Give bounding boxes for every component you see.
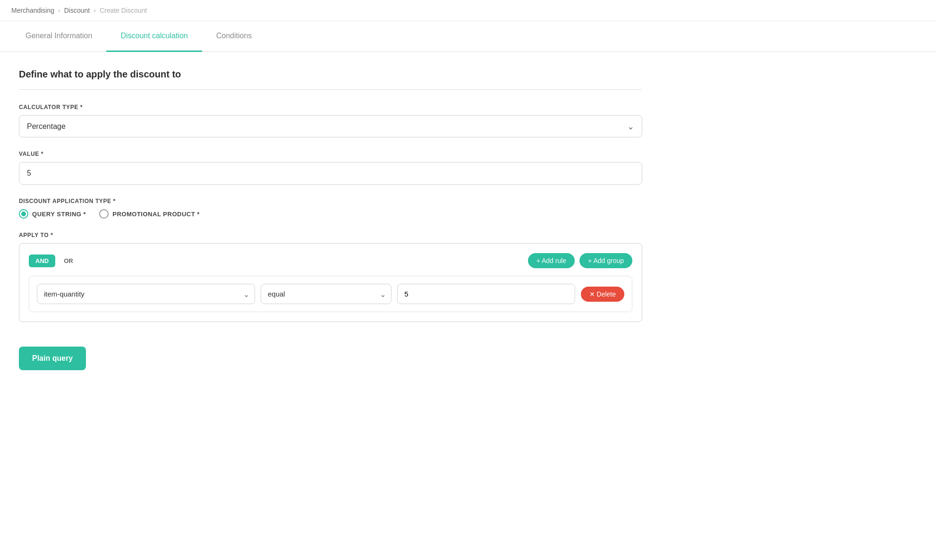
- section-divider: [19, 89, 642, 90]
- breadcrumb: Merchandising › Discount › Create Discou…: [11, 7, 925, 14]
- section-title: Define what to apply the discount to: [19, 69, 642, 80]
- breadcrumb-merchandising[interactable]: Merchandising: [11, 7, 54, 14]
- radio-promo-product-circle: [99, 209, 109, 219]
- main-content: Define what to apply the discount to CAL…: [0, 52, 661, 387]
- radio-promo-product[interactable]: PROMOTIONAL PRODUCT *: [99, 209, 200, 219]
- breadcrumb-sep-2: ›: [94, 7, 96, 14]
- value-label: VALUE *: [19, 151, 642, 157]
- breadcrumb-sep-1: ›: [58, 7, 60, 14]
- calculator-type-select-wrapper: Percentage Fixed Amount Buy X Get Y ⌄: [19, 115, 642, 137]
- logic-buttons: AND OR: [29, 255, 80, 267]
- radio-query-string[interactable]: QUERY STRING *: [19, 209, 86, 219]
- or-button[interactable]: OR: [57, 255, 80, 267]
- rule-operator-select[interactable]: equal not equal greater than less than: [261, 284, 391, 304]
- tabs-bar: General Information Discount calculation…: [0, 21, 936, 52]
- discount-app-type-label: DISCOUNT APPLICATION TYPE *: [19, 198, 642, 204]
- calculator-type-field: CALCULATOR TYPE * Percentage Fixed Amoun…: [19, 104, 642, 137]
- value-field: VALUE *: [19, 151, 642, 185]
- breadcrumb-create-discount: Create Discount: [100, 7, 147, 14]
- and-button[interactable]: AND: [29, 255, 55, 267]
- breadcrumb-bar: Merchandising › Discount › Create Discou…: [0, 0, 936, 21]
- tab-discount-calculation[interactable]: Discount calculation: [106, 21, 202, 52]
- tab-conditions[interactable]: Conditions: [202, 21, 266, 52]
- tab-general-information[interactable]: General Information: [11, 21, 106, 52]
- rule-operator-select-wrapper: equal not equal greater than less than ⌄: [261, 284, 391, 304]
- rule-field-select-wrapper: item-quantity item-price item-sku ⌄: [37, 284, 255, 304]
- rule-operand-input[interactable]: [397, 284, 575, 304]
- radio-promo-product-label: PROMOTIONAL PRODUCT *: [112, 211, 200, 218]
- plain-query-button[interactable]: Plain query: [19, 347, 86, 370]
- apply-to-header: AND OR + Add rule + Add group: [29, 253, 632, 268]
- radio-group: QUERY STRING * PROMOTIONAL PRODUCT *: [19, 209, 642, 219]
- apply-to-box: AND OR + Add rule + Add group item-quant…: [19, 243, 642, 322]
- apply-to-label: APPLY TO *: [19, 232, 642, 238]
- rule-row: item-quantity item-price item-sku ⌄ equa…: [29, 276, 632, 312]
- apply-to-field: APPLY TO * AND OR + Add rule + Add group: [19, 232, 642, 322]
- delete-rule-button[interactable]: ✕ Delete: [581, 287, 624, 302]
- rule-field-select[interactable]: item-quantity item-price item-sku: [37, 284, 255, 304]
- radio-query-string-circle: [19, 209, 28, 219]
- action-buttons: + Add rule + Add group: [528, 253, 632, 268]
- discount-app-type-field: DISCOUNT APPLICATION TYPE * QUERY STRING…: [19, 198, 642, 219]
- radio-query-string-label: QUERY STRING *: [32, 211, 86, 218]
- calculator-type-label: CALCULATOR TYPE *: [19, 104, 642, 110]
- add-rule-button[interactable]: + Add rule: [528, 253, 575, 268]
- breadcrumb-discount[interactable]: Discount: [64, 7, 90, 14]
- calculator-type-select[interactable]: Percentage Fixed Amount Buy X Get Y: [19, 116, 642, 137]
- add-group-button[interactable]: + Add group: [579, 253, 632, 268]
- value-input[interactable]: [19, 162, 642, 185]
